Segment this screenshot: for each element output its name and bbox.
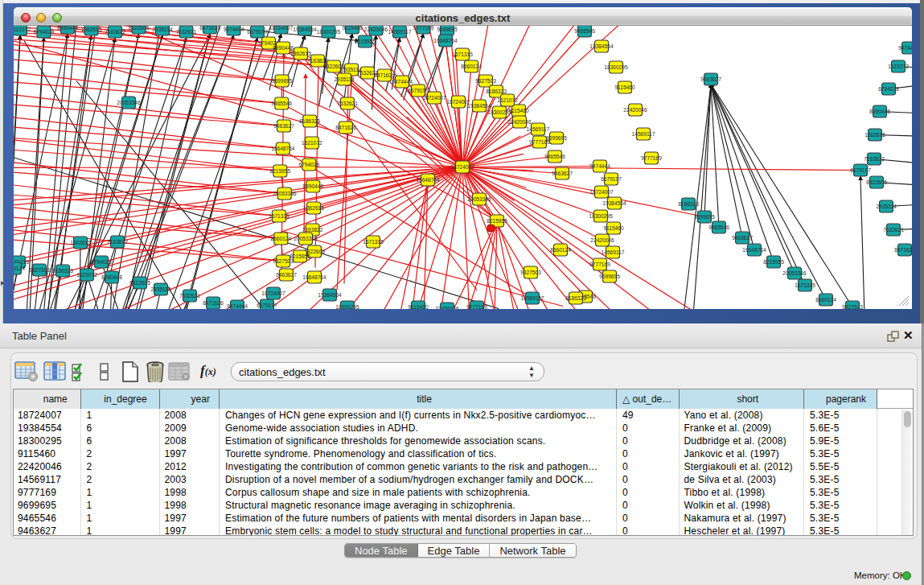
svg-text:2935114: 2935114 — [876, 204, 897, 209]
svg-text:8471626: 8471626 — [203, 300, 224, 306]
svg-text:20053346: 20053346 — [273, 191, 297, 196]
svg-text:9699695: 9699695 — [437, 27, 458, 32]
svg-text:6794028: 6794028 — [878, 86, 899, 92]
svg-text:9327503: 9327503 — [273, 258, 294, 264]
svg-text:1362615: 1362615 — [864, 132, 885, 138]
svg-text:9327503: 9327503 — [29, 267, 50, 273]
svg-text:1621072: 1621072 — [497, 97, 518, 103]
svg-text:9474444: 9474444 — [392, 79, 413, 84]
svg-text:8660124: 8660124 — [14, 266, 25, 271]
svg-text:19384554: 19384554 — [467, 103, 491, 109]
svg-text:14569117: 14569117 — [602, 249, 625, 255]
svg-text:9465546: 9465546 — [708, 225, 729, 230]
svg-text:20053346: 20053346 — [467, 196, 491, 202]
svg-text:16648764: 16648764 — [433, 38, 458, 43]
svg-text:8990448: 8990448 — [273, 45, 294, 51]
svg-text:8186323: 8186323 — [299, 118, 320, 124]
svg-text:7163822: 7163822 — [307, 58, 328, 64]
svg-text:9777169: 9777169 — [413, 26, 434, 31]
svg-text:9463627: 9463627 — [273, 123, 294, 129]
svg-text:18300295: 18300295 — [317, 29, 341, 35]
svg-text:8660124: 8660124 — [815, 297, 836, 303]
svg-text:18724007: 18724007 — [450, 164, 474, 170]
svg-text:22420046: 22420046 — [364, 27, 388, 32]
svg-text:6679197: 6679197 — [257, 303, 277, 308]
svg-text:8186323: 8186323 — [565, 295, 586, 301]
svg-text:1671315: 1671315 — [795, 282, 815, 288]
svg-text:16648764: 16648764 — [302, 274, 326, 280]
svg-text:1621072: 1621072 — [76, 272, 97, 278]
svg-text:7632621: 7632621 — [176, 29, 197, 35]
svg-text:9465546: 9465546 — [271, 101, 292, 106]
svg-text:8990448: 8990448 — [57, 26, 78, 31]
svg-text:9327503: 9327503 — [475, 78, 496, 84]
svg-text:22420046: 22420046 — [623, 107, 647, 113]
svg-text:8660124: 8660124 — [270, 236, 291, 241]
svg-text:8660124: 8660124 — [461, 64, 482, 69]
svg-text:20053346: 20053346 — [782, 270, 807, 276]
svg-text:9465546: 9465546 — [544, 154, 565, 159]
svg-text:22420046: 22420046 — [507, 119, 532, 125]
svg-text:18724007: 18724007 — [589, 189, 614, 195]
svg-text:8322605: 8322605 — [866, 179, 887, 185]
svg-text:9327503: 9327503 — [842, 304, 863, 309]
svg-text:16648764: 16648764 — [742, 247, 766, 253]
svg-text:1671315: 1671315 — [269, 213, 290, 219]
svg-text:14569117: 14569117 — [527, 126, 550, 132]
svg-text:14569117: 14569117 — [521, 295, 544, 301]
svg-text:8322605: 8322605 — [129, 280, 150, 286]
svg-text:1671315: 1671315 — [452, 51, 473, 57]
svg-text:18724007: 18724007 — [261, 290, 285, 296]
svg-text:2935114: 2935114 — [150, 286, 171, 292]
svg-text:9465546: 9465546 — [574, 28, 595, 34]
svg-text:8322605: 8322605 — [129, 26, 150, 31]
svg-text:8215955: 8215955 — [763, 259, 784, 265]
svg-text:9463627: 9463627 — [700, 76, 721, 82]
svg-text:19384554: 19384554 — [318, 292, 342, 298]
svg-text:16648764: 16648764 — [271, 146, 295, 151]
svg-text:18300295: 18300295 — [604, 64, 628, 70]
svg-text:20053346: 20053346 — [294, 236, 318, 241]
svg-text:7163822: 7163822 — [107, 239, 128, 245]
svg-text:1671315: 1671315 — [363, 239, 384, 245]
svg-text:8186323: 8186323 — [486, 89, 507, 94]
svg-text:1621072: 1621072 — [888, 64, 909, 69]
svg-text:9777169: 9777169 — [641, 155, 662, 161]
svg-text:6794028: 6794028 — [34, 29, 55, 35]
svg-text:14569117: 14569117 — [632, 131, 655, 137]
svg-text:8471626: 8471626 — [374, 72, 395, 78]
svg-text:2935114: 2935114 — [152, 27, 173, 32]
svg-text:14569117: 14569117 — [388, 29, 412, 35]
svg-text:19384554: 19384554 — [589, 43, 614, 49]
svg-text:7632621: 7632621 — [179, 293, 200, 299]
svg-text:1362615: 1362615 — [81, 27, 102, 32]
svg-text:18724007: 18724007 — [422, 95, 446, 101]
svg-text:6679197: 6679197 — [601, 176, 622, 182]
svg-text:7163822: 7163822 — [864, 156, 885, 162]
svg-text:19384554: 19384554 — [293, 27, 317, 32]
svg-text:8186323: 8186323 — [678, 201, 699, 207]
svg-text:6794028: 6794028 — [298, 162, 319, 167]
svg-text:16648764: 16648764 — [416, 177, 440, 183]
svg-text:9115460: 9115460 — [342, 26, 363, 31]
svg-text:8215955: 8215955 — [290, 253, 310, 259]
svg-text:9699695: 9699695 — [599, 274, 620, 279]
svg-text:9115460: 9115460 — [603, 225, 624, 231]
svg-text:9115460: 9115460 — [508, 108, 529, 113]
svg-text:6679197: 6679197 — [850, 167, 871, 173]
svg-text:8215955: 8215955 — [487, 218, 507, 224]
svg-text:22420046: 22420046 — [590, 237, 614, 243]
svg-text:9699695: 9699695 — [546, 135, 567, 141]
svg-text:8215955: 8215955 — [269, 168, 290, 174]
svg-text:18300295: 18300295 — [589, 213, 613, 219]
svg-text:9777169: 9777169 — [589, 262, 610, 267]
svg-text:9474444: 9474444 — [224, 27, 244, 32]
svg-text:1621072: 1621072 — [302, 140, 322, 146]
svg-text:8660124: 8660124 — [550, 247, 571, 253]
svg-text:22420046: 22420046 — [435, 306, 459, 309]
svg-text:1362615: 1362615 — [290, 51, 311, 56]
svg-text:9699695: 9699695 — [272, 78, 293, 84]
svg-text:9327503: 9327503 — [520, 270, 541, 275]
svg-text:7163822: 7163822 — [105, 29, 125, 35]
svg-text:9115460: 9115460 — [614, 84, 635, 90]
